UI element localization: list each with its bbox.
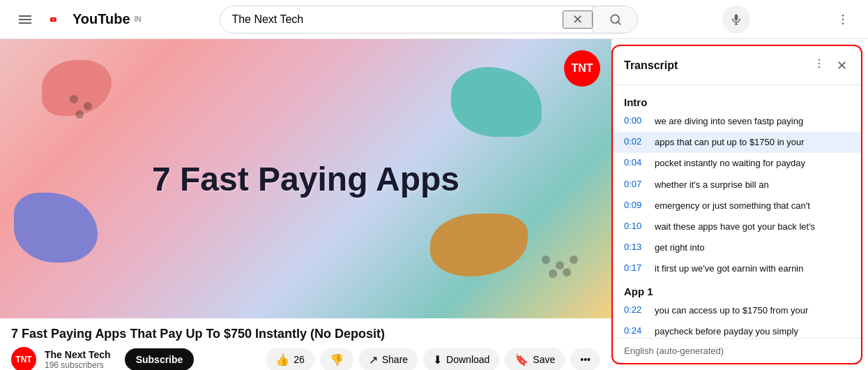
dot [75, 110, 84, 119]
subscribe-button[interactable]: Subscribe [125, 348, 195, 370]
save-label: Save [533, 354, 555, 365]
svg-line-6 [618, 22, 621, 24]
dislike-icon: 👎 [330, 353, 344, 367]
search-clear-button[interactable]: ✕ [563, 10, 593, 29]
transcript-time: 0:13 [624, 242, 646, 252]
header-right [829, 6, 857, 34]
dot [556, 261, 564, 269]
subscriber-count: 196 subscribers [45, 360, 111, 370]
svg-rect-7 [735, 14, 738, 20]
transcript-text: you can access up to $1750 from your [655, 304, 808, 317]
dot [70, 95, 78, 103]
hamburger-menu-button[interactable] [11, 6, 39, 34]
action-buttons: 👍 26 👎 ↗ Share ⬇ Download [266, 348, 600, 371]
download-icon: ⬇ [433, 353, 442, 367]
search-icon [609, 13, 623, 27]
share-button[interactable]: ↗ Share [359, 348, 418, 371]
decorative-blob-2 [14, 193, 98, 262]
transcript-time: 0:07 [624, 179, 646, 189]
transcript-text: we are diving into seven fastp paying [655, 115, 803, 128]
share-label: Share [382, 354, 408, 365]
video-title-overlay: 7 Fast Paying Apps [152, 160, 459, 198]
transcript-time: 0:04 [624, 157, 646, 168]
more-options-button[interactable] [829, 6, 857, 34]
search-input[interactable] [220, 6, 563, 33]
transcript-item[interactable]: 0:04pocket instantly no waiting for payd… [613, 153, 861, 174]
transcript-more-button[interactable] [810, 54, 828, 76]
transcript-text: it first up we've got earnin with earnin [655, 262, 803, 275]
transcript-time: 0:24 [624, 325, 646, 336]
video-info: 7 Fast Paying Apps That Pay Up To $750 I… [0, 318, 611, 370]
dot [563, 268, 571, 276]
video-area: 7 Fast Paying Apps TNT ▶ ⏭ 🔊 0:02 / 2:15… [0, 39, 611, 370]
more-options-icon [836, 13, 850, 27]
download-label: Download [446, 354, 489, 365]
channel-info: The Next Tech 196 subscribers [45, 349, 111, 370]
transcript-item[interactable]: 0:09emergency or just something that can… [613, 195, 861, 216]
transcript-text: get right into [655, 242, 705, 254]
svg-point-11 [842, 18, 844, 20]
dislike-button[interactable]: 👎 [320, 348, 353, 371]
svg-point-5 [611, 15, 619, 23]
transcript-text: wait these apps have got your back let's [655, 221, 815, 233]
transcript-more-icon [813, 57, 825, 70]
dot [549, 269, 557, 278]
transcript-title: Transcript [624, 59, 678, 72]
transcript-text: paycheck before payday you simply [655, 325, 798, 338]
youtube-logo[interactable]: YouTubeIN [50, 11, 142, 27]
header-left: YouTubeIN [11, 6, 142, 34]
youtube-logo-text: YouTube [73, 11, 130, 27]
transcript-item[interactable]: 0:13get right into [613, 237, 861, 258]
transcript-close-button[interactable]: ✕ [834, 55, 850, 76]
transcript-time: 0:10 [624, 221, 646, 231]
transcript-item[interactable]: 0:17it first up we've got earnin with ea… [613, 258, 861, 279]
channel-avatar: TNT [11, 347, 36, 370]
transcript-header-actions: ✕ [810, 54, 850, 76]
svg-point-10 [842, 14, 844, 16]
transcript-item[interactable]: 0:10wait these apps have got your back l… [613, 216, 861, 237]
search-bar: ✕ [220, 6, 638, 34]
dot [84, 102, 92, 110]
decorative-blob-3 [430, 214, 528, 276]
transcript-time: 0:00 [624, 115, 646, 126]
transcript-footer: English (auto-generated) [613, 338, 861, 363]
transcript-item[interactable]: 0:22you can access up to $1750 from your [613, 300, 861, 321]
transcript-time: 0:02 [624, 136, 646, 147]
transcript-section-label: Intro [613, 91, 861, 111]
transcript-text: emergency or just something that can't [655, 200, 810, 212]
like-count: 26 [294, 354, 305, 365]
like-button[interactable]: 👍 26 [266, 348, 314, 371]
microphone-icon [730, 13, 743, 26]
transcript-header: Transcript ✕ [613, 46, 861, 85]
transcript-item[interactable]: 0:00we are diving into seven fastp payin… [613, 111, 861, 132]
transcript-item[interactable]: 0:07whether it's a surprise bill an [613, 175, 861, 195]
decorative-blob-4 [451, 67, 542, 137]
save-button[interactable]: 🔖 Save [505, 348, 565, 371]
transcript-item[interactable]: 0:02apps that can put up to $1750 in you… [613, 132, 861, 153]
header: YouTubeIN ✕ [0, 0, 868, 39]
video-container[interactable]: 7 Fast Paying Apps TNT ▶ ⏭ 🔊 0:02 / 2:15… [0, 39, 611, 318]
channel-name: The Next Tech [45, 349, 111, 360]
more-actions-button[interactable]: ••• [570, 348, 600, 370]
microphone-button[interactable] [722, 6, 750, 34]
svg-rect-1 [19, 19, 31, 20]
svg-rect-2 [19, 22, 31, 24]
transcript-item[interactable]: 0:24paycheck before payday you simply [613, 321, 861, 338]
transcript-body[interactable]: Intro0:00we are diving into seven fastp … [613, 85, 861, 338]
svg-point-20 [818, 63, 820, 64]
channel-row: TNT The Next Tech 196 subscribers Subscr… [11, 347, 600, 370]
main-content: 7 Fast Paying Apps TNT ▶ ⏭ 🔊 0:02 / 2:15… [0, 39, 868, 370]
channel-logo-overlay: TNT [564, 50, 600, 87]
dot [570, 256, 578, 264]
share-icon: ↗ [369, 353, 378, 367]
search-submit-button[interactable] [593, 6, 637, 33]
transcript-section-label: App 1 [613, 280, 861, 300]
like-icon: 👍 [275, 353, 289, 367]
svg-rect-0 [19, 15, 31, 17]
transcript-time: 0:09 [624, 200, 646, 210]
video-main-title: 7 Fast Paying Apps That Pay Up To $750 I… [11, 327, 600, 341]
svg-point-21 [818, 66, 820, 68]
download-button[interactable]: ⬇ Download [423, 348, 499, 371]
transcript-panel: Transcript ✕ Intro0:00we are diving into… [611, 45, 862, 364]
transcript-time: 0:22 [624, 304, 646, 315]
